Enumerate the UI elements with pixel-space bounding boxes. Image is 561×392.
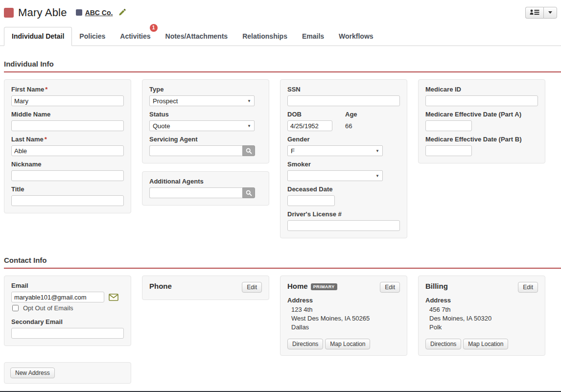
first-name-label: First Name* bbox=[11, 86, 124, 93]
required-marker: * bbox=[45, 86, 47, 93]
address-line: 456 7th bbox=[429, 305, 538, 314]
ssn-input[interactable] bbox=[287, 95, 400, 106]
billing-card-title: Billing bbox=[425, 282, 448, 290]
gender-select[interactable]: F ▼ bbox=[287, 145, 383, 156]
phone-edit-button[interactable]: Edit bbox=[242, 282, 262, 293]
deceased-date-label: Deceased Date bbox=[287, 185, 400, 193]
deceased-date-input[interactable] bbox=[287, 195, 335, 206]
billing-address-card: Billing Edit Address 456 7th Des Moines,… bbox=[418, 276, 545, 356]
medicare-part-a-label: Medicare Effective Date (Part A) bbox=[425, 111, 538, 118]
email-card: Email Opt Out of Emails Secondary Email bbox=[4, 276, 131, 346]
billing-directions-button[interactable]: Directions bbox=[425, 339, 461, 349]
status-select-value: Quote bbox=[153, 122, 170, 130]
tab-policies[interactable]: Policies bbox=[72, 27, 113, 46]
smoker-select[interactable]: ▼ bbox=[287, 170, 383, 181]
header-actions bbox=[525, 7, 557, 19]
company-link[interactable]: ABC Co. bbox=[85, 9, 113, 17]
tab-emails[interactable]: Emails bbox=[295, 27, 331, 46]
servicing-agent-search-button[interactable] bbox=[242, 145, 255, 156]
secondary-email-label: Secondary Email bbox=[11, 318, 124, 325]
identity-card: First Name* Middle Name Last Name* Nickn… bbox=[4, 79, 131, 213]
tab-workflows[interactable]: Workflows bbox=[331, 27, 381, 46]
nickname-label: Nickname bbox=[11, 161, 124, 168]
search-icon bbox=[246, 190, 252, 196]
drivers-license-label: Driver's License # bbox=[287, 210, 400, 218]
home-address-label: Address bbox=[287, 297, 400, 304]
billing-address-label: Address bbox=[425, 297, 538, 304]
contact-view-button[interactable] bbox=[525, 7, 543, 19]
opt-out-label: Opt Out of Emails bbox=[23, 304, 73, 312]
opt-out-checkbox[interactable] bbox=[12, 305, 19, 311]
type-label: Type bbox=[149, 86, 262, 93]
email-input[interactable] bbox=[11, 292, 104, 302]
individual-info-grid: First Name* Middle Name Last Name* Nickn… bbox=[4, 79, 557, 238]
email-label: Email bbox=[11, 282, 124, 289]
address-line: Polk bbox=[429, 323, 538, 332]
edit-pencil-icon[interactable] bbox=[118, 8, 126, 17]
tab-notes-attachments[interactable]: Notes/Attachments bbox=[158, 27, 235, 46]
smoker-label: Smoker bbox=[287, 161, 400, 168]
company-chip: ABC Co. bbox=[76, 8, 127, 17]
tab-activities-label: Activities bbox=[120, 32, 150, 40]
header-dropdown-button[interactable] bbox=[543, 7, 557, 19]
section-rule bbox=[4, 268, 561, 269]
new-address-card: New Address bbox=[4, 362, 131, 384]
additional-agents-input[interactable] bbox=[149, 187, 242, 198]
age-label: Age bbox=[345, 111, 357, 118]
address-line: Dallas bbox=[291, 323, 400, 332]
nickname-input[interactable] bbox=[11, 170, 124, 181]
title-label: Title bbox=[11, 185, 124, 193]
middle-name-input[interactable] bbox=[11, 120, 124, 131]
additional-agents-search-button[interactable] bbox=[242, 187, 255, 198]
tab-activities[interactable]: Activities 1 bbox=[113, 27, 158, 46]
section-title-contact-info: Contact Info bbox=[4, 256, 557, 264]
gender-label: Gender bbox=[287, 136, 400, 143]
page-title: Mary Able bbox=[18, 6, 67, 19]
home-directions-button[interactable]: Directions bbox=[287, 339, 323, 349]
status-select[interactable]: Quote ▼ bbox=[149, 120, 255, 131]
contacts-icon bbox=[530, 9, 539, 16]
primary-badge: PRIMARY bbox=[311, 283, 337, 290]
medicare-id-input[interactable] bbox=[425, 95, 538, 106]
servicing-agent-label: Servicing Agent bbox=[149, 136, 262, 143]
title-input[interactable] bbox=[11, 195, 124, 206]
search-icon bbox=[246, 148, 252, 154]
address-line: West Des Moines, IA 50265 bbox=[291, 314, 400, 323]
phone-card: Phone Edit bbox=[142, 276, 269, 300]
secondary-email-input[interactable] bbox=[11, 328, 124, 339]
phone-card-title: Phone bbox=[149, 282, 172, 290]
tab-relationships[interactable]: Relationships bbox=[235, 27, 295, 46]
ssn-label: SSN bbox=[287, 86, 400, 93]
billing-edit-button[interactable]: Edit bbox=[518, 282, 538, 293]
type-select[interactable]: Prospect ▼ bbox=[149, 95, 255, 106]
dob-label: DOB bbox=[287, 111, 345, 118]
home-address-card: Home PRIMARY Edit Address 123 4th West D… bbox=[280, 276, 407, 356]
home-card-title: Home bbox=[287, 282, 308, 290]
activities-badge: 1 bbox=[150, 24, 158, 32]
first-name-input[interactable] bbox=[11, 95, 124, 106]
gender-select-value: F bbox=[291, 147, 295, 155]
company-icon bbox=[76, 9, 82, 16]
new-address-button[interactable]: New Address bbox=[10, 368, 55, 378]
opt-out-row: Opt Out of Emails bbox=[11, 304, 124, 312]
medicare-part-a-input[interactable] bbox=[425, 120, 472, 131]
dob-input[interactable] bbox=[287, 120, 332, 131]
home-map-location-button[interactable]: Map Location bbox=[325, 339, 370, 349]
address-line: 123 4th bbox=[291, 305, 400, 314]
medicare-part-b-input[interactable] bbox=[425, 145, 472, 156]
last-name-input[interactable] bbox=[11, 145, 124, 156]
section-rule bbox=[4, 71, 561, 72]
billing-address-lines: 456 7th Des Moines, IA 50320 Polk bbox=[425, 305, 538, 332]
billing-map-location-button[interactable]: Map Location bbox=[463, 339, 508, 349]
caret-down-icon: ▼ bbox=[247, 124, 251, 128]
send-email-icon[interactable] bbox=[109, 294, 118, 301]
classification-card: Type Prospect ▼ Status Quote ▼ Servicing… bbox=[142, 79, 269, 163]
caret-down-icon bbox=[548, 11, 552, 14]
servicing-agent-input[interactable] bbox=[149, 145, 242, 156]
drivers-license-input[interactable] bbox=[287, 220, 400, 231]
caret-down-icon: ▼ bbox=[375, 174, 379, 178]
tab-individual-detail[interactable]: Individual Detail bbox=[4, 27, 72, 46]
home-edit-button[interactable]: Edit bbox=[380, 282, 400, 293]
last-name-label: Last Name* bbox=[11, 136, 124, 143]
page-header: Mary Able ABC Co. bbox=[0, 0, 561, 21]
